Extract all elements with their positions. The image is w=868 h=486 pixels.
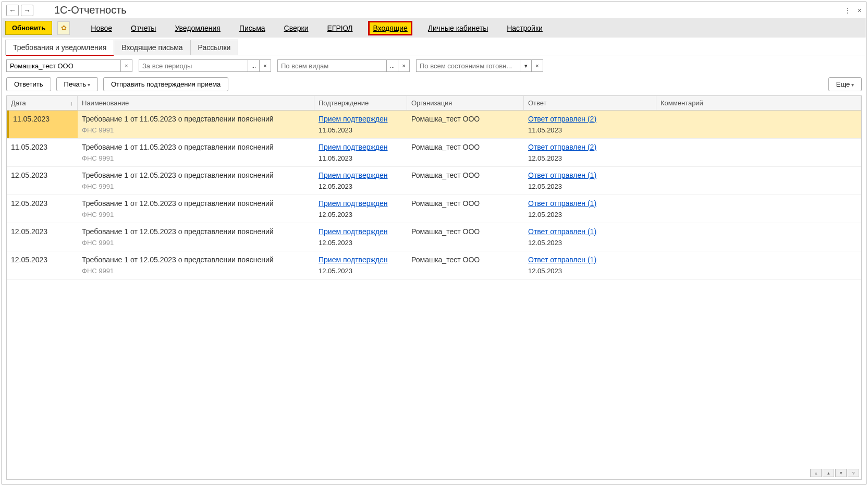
tab-requirements[interactable]: Требования и уведомления	[5, 40, 114, 55]
filter-organization: ×	[6, 59, 132, 72]
confirmation-link[interactable]: Прием подтвержден	[319, 115, 403, 123]
answer-date: 12.05.2023	[528, 239, 652, 249]
nav-down-icon[interactable]: ▾	[835, 469, 847, 477]
cell-name: Требование 1 от 12.05.2023 о представлен…	[78, 195, 314, 223]
kind-filter-clear[interactable]: ×	[398, 59, 410, 72]
table-header: Дата ↓ Наименование Подтверждение Органи…	[7, 96, 861, 111]
refresh-button[interactable]: Обновить	[5, 21, 52, 35]
menu-checks[interactable]: Сверки	[281, 22, 312, 34]
th-date-label: Дата	[11, 99, 26, 107]
answer-date: 12.05.2023	[528, 154, 652, 164]
th-date[interactable]: Дата ↓	[7, 96, 78, 110]
answer-link[interactable]: Ответ отправлен (1)	[528, 199, 652, 208]
print-button[interactable]: Печать	[56, 77, 98, 91]
period-filter-input[interactable]	[139, 59, 248, 72]
th-organization[interactable]: Организация	[407, 96, 524, 110]
org-filter-input[interactable]	[6, 59, 121, 72]
nav-first-icon[interactable]: ▵	[810, 469, 822, 477]
table-row[interactable]: 12.05.2023 Требование 1 от 12.05.2023 о …	[7, 195, 861, 223]
answer-link[interactable]: Ответ отправлен (1)	[528, 227, 652, 236]
cell-organization: Ромашка_тест ООО	[407, 223, 524, 251]
table-row[interactable]: 11.05.2023 Требование 1 от 11.05.2023 о …	[7, 139, 861, 167]
org-filter-clear[interactable]: ×	[121, 59, 132, 72]
cell-confirmation: Прием подтвержден 11.05.2023	[314, 139, 407, 166]
cell-confirmation: Прием подтвержден 11.05.2023	[314, 111, 407, 138]
menu-egrul[interactable]: ЕГРЮЛ	[324, 22, 356, 34]
status-filter-input[interactable]	[416, 59, 520, 72]
sort-arrow-icon: ↓	[70, 100, 74, 106]
cell-answer: Ответ отправлен (1) 12.05.2023	[524, 167, 656, 195]
th-answer[interactable]: Ответ	[524, 96, 656, 110]
org-value: Ромашка_тест ООО	[411, 171, 520, 179]
name-value: Требование 1 от 12.05.2023 о представлен…	[82, 199, 310, 208]
title-bar: ← → 1С-Отчетность ⋮ ×	[2, 2, 866, 18]
nav-up-icon[interactable]: ▴	[823, 469, 834, 477]
answer-link[interactable]: Ответ отправлен (1)	[528, 171, 652, 179]
cell-date: 12.05.2023	[7, 195, 78, 223]
table-row[interactable]: 12.05.2023 Требование 1 от 12.05.2023 о …	[7, 223, 861, 251]
cell-organization: Ромашка_тест ООО	[407, 195, 524, 223]
menu-notifications[interactable]: Уведомления	[172, 22, 224, 34]
source-value: ФНС 9991	[82, 154, 310, 164]
nav-forward-button[interactable]: →	[21, 5, 33, 16]
tab-incoming-letters[interactable]: Входящие письма	[114, 40, 190, 55]
org-value: Ромашка_тест ООО	[411, 256, 520, 264]
confirmation-link[interactable]: Прием подтвержден	[319, 171, 403, 179]
reply-button[interactable]: Ответить	[6, 77, 51, 91]
th-confirmation[interactable]: Подтверждение	[314, 96, 407, 110]
nav-last-icon[interactable]: ▿	[848, 469, 859, 477]
cell-name: Требование 1 от 12.05.2023 о представлен…	[78, 167, 314, 195]
menu-settings[interactable]: Настройки	[504, 22, 546, 34]
cell-confirmation: Прием подтвержден 12.05.2023	[314, 251, 407, 279]
more-button[interactable]: Еще	[828, 77, 862, 91]
status-filter-dropdown[interactable]: ▾	[520, 59, 532, 72]
cell-answer: Ответ отправлен (2) 11.05.2023	[524, 111, 656, 138]
confirmation-link[interactable]: Прием подтвержден	[319, 256, 403, 264]
table-row[interactable]: 12.05.2023 Требование 1 от 12.05.2023 о …	[7, 251, 861, 280]
org-value: Ромашка_тест ООО	[411, 115, 520, 123]
filters-row: × ... × ... × ▾ ×	[2, 55, 866, 76]
th-comment[interactable]: Комментарий	[656, 96, 861, 110]
menu-new[interactable]: Новое	[88, 22, 115, 34]
settings-gear-icon[interactable]: ✿	[57, 21, 70, 35]
name-value: Требование 1 от 11.05.2023 о представлен…	[82, 115, 310, 123]
th-name[interactable]: Наименование	[78, 96, 314, 110]
cell-comment	[656, 251, 861, 279]
tab-mailings[interactable]: Рассылки	[190, 40, 239, 55]
main-menu: Обновить ✿ Новое Отчеты Уведомления Пись…	[2, 18, 866, 38]
answer-link[interactable]: Ответ отправлен (1)	[528, 256, 652, 264]
cell-date: 12.05.2023	[7, 223, 78, 251]
confirmation-link[interactable]: Прием подтвержден	[319, 199, 403, 208]
close-icon[interactable]: ×	[858, 6, 862, 15]
confirmation-date: 12.05.2023	[319, 183, 403, 192]
confirmation-link[interactable]: Прием подтвержден	[319, 143, 403, 151]
org-value: Ромашка_тест ООО	[411, 143, 520, 151]
cell-comment	[656, 223, 861, 251]
org-value: Ромашка_тест ООО	[411, 199, 520, 208]
send-receipt-button[interactable]: Отправить подтверждения приема	[103, 77, 228, 91]
kind-filter-input[interactable]	[277, 59, 387, 72]
menu-incoming[interactable]: Входящие	[368, 21, 412, 35]
kind-filter-more[interactable]: ...	[387, 59, 398, 72]
menu-reports[interactable]: Отчеты	[128, 22, 159, 34]
name-value: Требование 1 от 12.05.2023 о представлен…	[82, 171, 310, 179]
period-filter-clear[interactable]: ×	[260, 59, 271, 72]
tabs: Требования и уведомления Входящие письма…	[2, 40, 866, 55]
menu-icon[interactable]: ⋮	[844, 6, 851, 15]
period-filter-more[interactable]: ...	[248, 59, 260, 72]
table: Дата ↓ Наименование Подтверждение Органи…	[6, 95, 862, 480]
menu-letters[interactable]: Письма	[236, 22, 268, 34]
cell-answer: Ответ отправлен (1) 12.05.2023	[524, 251, 656, 279]
source-value: ФНС 9991	[82, 183, 310, 192]
status-filter-clear[interactable]: ×	[532, 59, 543, 72]
table-row[interactable]: 12.05.2023 Требование 1 от 12.05.2023 о …	[7, 167, 861, 195]
menu-cabinets[interactable]: Личные кабинеты	[425, 22, 491, 34]
nav-back-button[interactable]: ←	[6, 5, 19, 16]
source-value: ФНС 9991	[82, 267, 310, 277]
answer-link[interactable]: Ответ отправлен (2)	[528, 143, 652, 151]
confirmation-date: 11.05.2023	[319, 154, 403, 164]
date-value: 12.05.2023	[11, 256, 74, 264]
confirmation-link[interactable]: Прием подтвержден	[319, 227, 403, 236]
table-row[interactable]: 11.05.2023 Требование 1 от 11.05.2023 о …	[7, 111, 861, 139]
answer-link[interactable]: Ответ отправлен (2)	[528, 115, 652, 123]
